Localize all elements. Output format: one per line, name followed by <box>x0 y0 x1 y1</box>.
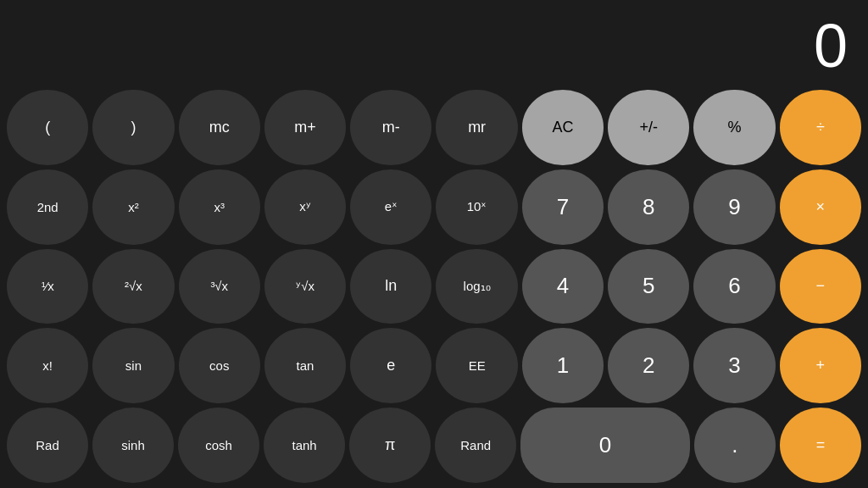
9-button[interactable]: 9 <box>693 169 775 245</box>
8-button[interactable]: 8 <box>608 169 689 245</box>
cosh-button[interactable]: cosh <box>178 408 259 483</box>
calculator-display: 0 <box>0 0 868 85</box>
x3-button[interactable]: x³ <box>179 169 260 245</box>
tanh-button[interactable]: tanh <box>264 408 345 483</box>
mc-button[interactable]: mc <box>179 90 260 165</box>
x2-button[interactable]: x² <box>92 169 174 245</box>
plus-button[interactable]: + <box>780 328 861 403</box>
m-plus-button[interactable]: m+ <box>264 90 346 165</box>
10x-button[interactable]: 10ˣ <box>436 169 517 245</box>
7-button[interactable]: 7 <box>522 169 604 245</box>
minus-button[interactable]: − <box>780 249 861 324</box>
5-button[interactable]: 5 <box>608 249 689 324</box>
sqrty-button[interactable]: ʸ√x <box>264 249 346 324</box>
calc-row-row1: 2ndx²x³xʸeˣ10ˣ789× <box>7 169 861 245</box>
cos-button[interactable]: cos <box>179 328 260 403</box>
1-button[interactable]: 1 <box>522 328 604 403</box>
divide-button[interactable]: ÷ <box>780 90 861 165</box>
tan-button[interactable]: tan <box>264 328 346 403</box>
sin-button[interactable]: sin <box>92 328 174 403</box>
sqrt2-button[interactable]: ²√x <box>92 249 174 324</box>
rand-button[interactable]: Rand <box>435 408 516 483</box>
ee-button[interactable]: EE <box>436 328 517 403</box>
ac-button[interactable]: AC <box>522 90 604 165</box>
rad-button[interactable]: Rad <box>7 408 88 483</box>
multiply-button[interactable]: × <box>780 169 861 245</box>
6-button[interactable]: 6 <box>693 249 775 324</box>
2-button[interactable]: 2 <box>608 328 689 403</box>
log10-button[interactable]: log₁₀ <box>436 249 517 324</box>
equals-button[interactable]: = <box>780 408 861 483</box>
xy-button[interactable]: xʸ <box>264 169 346 245</box>
2nd-button[interactable]: 2nd <box>7 169 88 245</box>
plus-minus-button[interactable]: +/- <box>608 90 689 165</box>
calc-row-row4: RadsinhcoshtanhπRand0.= <box>7 408 861 483</box>
sqrt3-button[interactable]: ³√x <box>179 249 260 324</box>
decimal-button[interactable]: . <box>694 408 776 483</box>
calc-row-row0: ()mcm+m-mrAC+/-%÷ <box>7 90 861 165</box>
ex-button[interactable]: eˣ <box>350 169 431 245</box>
0-button[interactable]: 0 <box>520 408 690 483</box>
sinh-button[interactable]: sinh <box>92 408 174 483</box>
3-button[interactable]: 3 <box>693 328 775 403</box>
open-paren-button[interactable]: ( <box>7 90 88 165</box>
calc-row-row3: x!sincostaneEE123+ <box>7 328 861 403</box>
calculator-keypad: ()mcm+m-mrAC+/-%÷2ndx²x³xʸeˣ10ˣ789×¹⁄x²√… <box>0 85 868 488</box>
percent-button[interactable]: % <box>693 90 775 165</box>
factorial-button[interactable]: x! <box>7 328 88 403</box>
display-value: 0 <box>814 15 848 76</box>
m-minus-button[interactable]: m- <box>350 90 431 165</box>
ln-button[interactable]: ln <box>350 249 431 324</box>
close-paren-button[interactable]: ) <box>92 90 174 165</box>
reciprocal-button[interactable]: ¹⁄x <box>7 249 88 324</box>
4-button[interactable]: 4 <box>522 249 604 324</box>
mr-button[interactable]: mr <box>436 90 517 165</box>
calc-row-row2: ¹⁄x²√x³√xʸ√xlnlog₁₀456− <box>7 249 861 324</box>
pi-button[interactable]: π <box>349 408 431 483</box>
e-button[interactable]: e <box>350 328 431 403</box>
